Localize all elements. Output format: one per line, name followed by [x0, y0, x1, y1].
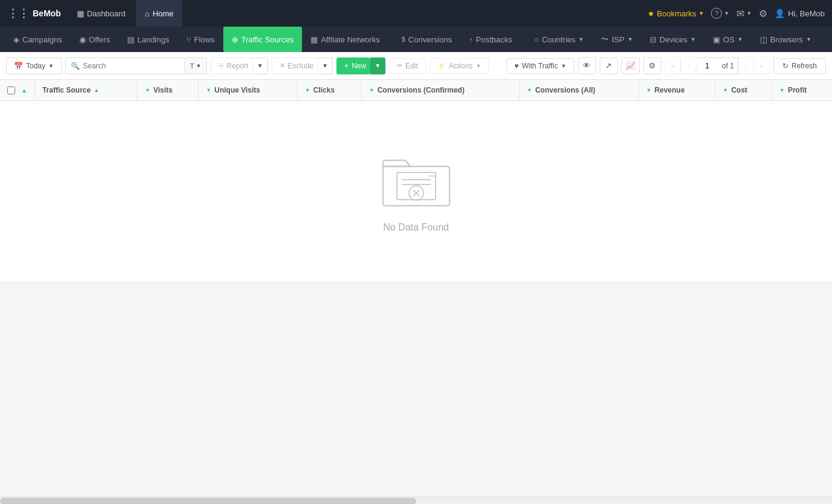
traffic-source-column[interactable]: Traffic Source ▲	[34, 80, 137, 101]
new-button[interactable]: + New	[336, 57, 370, 74]
nav-os[interactable]: ▣ OS ▼	[704, 27, 752, 52]
nav-postbacks-label: Postbacks	[476, 35, 513, 44]
isp-caret: ▼	[627, 36, 633, 42]
nav-campaigns[interactable]: ◈ Campaigns	[5, 27, 71, 52]
refresh-button[interactable]: ↻ Refresh	[773, 58, 826, 74]
user-label: Hi, BeMob	[788, 9, 825, 18]
new-button-group: + New ▼	[336, 57, 385, 74]
page-number-input[interactable]	[696, 57, 718, 74]
nav-affiliate-networks[interactable]: ▦ Affilate Networks	[302, 27, 388, 52]
nav-affiliate-networks-label: Affilate Networks	[321, 35, 379, 44]
prev-page-button[interactable]: ‹	[681, 57, 696, 74]
nav-offers[interactable]: ◉ Offers	[71, 27, 119, 52]
help-button[interactable]: ? ▼	[711, 8, 729, 19]
nav-conversions[interactable]: $ Conversions	[393, 27, 460, 52]
user-menu[interactable]: 👤 Hi, BeMob	[775, 8, 825, 18]
tab-dashboard[interactable]: ▦ Dashboard	[68, 0, 134, 27]
clicks-column[interactable]: ▼ Clicks	[297, 80, 361, 101]
actions-label: Actions	[449, 62, 473, 70]
actions-button[interactable]: ⚡ Actions ▼	[430, 58, 489, 74]
column-settings-button[interactable]: ⚙	[643, 57, 661, 74]
exclude-button[interactable]: ✕ Exclude	[272, 57, 318, 74]
nav-traffic-sources[interactable]: ⊕ Traffic Sources	[223, 27, 303, 52]
report-button[interactable]: ⊹ Report	[211, 57, 253, 74]
next-page-button[interactable]: ›	[738, 57, 754, 74]
traffic-filter-button[interactable]: ♥ With Traffic ▼	[506, 58, 574, 74]
unique-visits-label: Unique Visits	[214, 86, 260, 94]
share-icon: ↗	[605, 61, 612, 70]
top-navigation: ⋮⋮ BeMob ▦ Dashboard ⌂ Home ★ Bookmarks …	[0, 0, 832, 27]
nav-postbacks[interactable]: ↑ Postbacks	[460, 27, 520, 52]
search-filter-button[interactable]: T ▼	[185, 57, 207, 74]
conversions-confirmed-label: Conversions (Confirmed)	[378, 86, 465, 94]
cost-column[interactable]: ▼ Cost	[715, 80, 772, 101]
message-button[interactable]: ✉ ▼	[736, 8, 752, 19]
select-all-checkbox[interactable]	[7, 87, 15, 94]
date-picker-button[interactable]: 📅 Today ▼	[6, 57, 62, 74]
filter-caret: ▼	[196, 63, 201, 69]
tab-dashboard-label: Dashboard	[87, 9, 126, 18]
bookmarks-button[interactable]: ★ Bookmarks ▼	[647, 9, 704, 18]
traffic-caret: ▼	[561, 63, 566, 69]
first-page-button[interactable]: «	[665, 57, 681, 74]
traffic-sources-icon: ⊕	[232, 35, 238, 44]
last-page-button[interactable]: »	[754, 57, 770, 74]
select-all-column[interactable]: ▲	[0, 80, 34, 101]
settings-button[interactable]: ⚙	[759, 8, 767, 19]
toolbar-right: ♥ With Traffic ▼ 👁 ↗ 📈 ⚙ « ‹ of 1 › » ↻ …	[506, 57, 826, 74]
plus-icon: +	[344, 62, 349, 70]
cost-label: Cost	[731, 86, 747, 94]
unique-visits-column[interactable]: ▼ Unique Visits	[198, 80, 298, 101]
nav-traffic-sources-label: Traffic Sources	[241, 35, 294, 44]
search-group: 🔍 T ▼	[65, 57, 207, 74]
share-button[interactable]: ↗	[600, 57, 618, 74]
logo-icon: ⋮⋮	[7, 7, 29, 20]
nav-browsers[interactable]: ◫ Browsers ▼	[752, 27, 820, 52]
campaigns-icon: ◈	[13, 35, 19, 44]
report-caret-button[interactable]: ▼	[253, 57, 268, 74]
eye-button[interactable]: 👁	[578, 57, 596, 74]
exclude-caret-button[interactable]: ▼	[318, 57, 333, 74]
chart-button[interactable]: 📈	[621, 57, 640, 74]
affiliate-networks-icon: ▦	[310, 35, 318, 44]
nav-errors[interactable]: ⚠ Errors	[825, 27, 832, 52]
browsers-icon: ◫	[760, 35, 767, 44]
search-box[interactable]: 🔍	[65, 57, 185, 74]
empty-text: No Data Found	[383, 222, 449, 233]
nav-countries[interactable]: ○ Countries ▼	[526, 27, 592, 52]
conversions-all-column[interactable]: ▼ Conversions (All)	[519, 80, 638, 101]
clicks-filter-icon: ▼	[305, 87, 310, 93]
new-caret-button[interactable]: ▼	[370, 57, 385, 74]
nav-devices[interactable]: ⊟ Devices ▼	[641, 27, 704, 52]
conversions-confirmed-column[interactable]: ▼ Conversions (Confirmed)	[361, 80, 519, 101]
data-table: ▲ Traffic Source ▲ ▼ Visits	[0, 80, 832, 281]
profit-column[interactable]: ▼ Profit	[771, 80, 832, 101]
bookmarks-label: Bookmarks	[657, 9, 696, 18]
new-label: New	[352, 62, 366, 70]
nav-isp-label: ISP	[612, 35, 624, 44]
revenue-column[interactable]: ▼ Revenue	[638, 80, 715, 101]
profit-label: Profit	[788, 86, 807, 94]
tab-home[interactable]: ⌂ Home	[136, 0, 182, 27]
home-icon: ⌂	[145, 9, 149, 18]
nav-os-label: OS	[723, 35, 735, 44]
eye-icon: 👁	[583, 61, 591, 70]
visits-column[interactable]: ▼ Visits	[137, 80, 198, 101]
postbacks-icon: ↑	[469, 35, 473, 44]
logo[interactable]: ⋮⋮ BeMob	[7, 7, 61, 20]
nav-landings[interactable]: ▤ Landings	[119, 27, 178, 52]
second-navigation: ◈ Campaigns ◉ Offers ▤ Landings ⑂ Flows …	[0, 27, 832, 52]
empty-state: No Data Found	[0, 101, 832, 281]
pagination: « ‹ of 1 › »	[665, 57, 770, 74]
nav-flows[interactable]: ⑂ Flows	[178, 27, 223, 52]
nav-devices-label: Devices	[660, 35, 687, 44]
actions-icon: ⚡	[437, 62, 446, 70]
chart-icon: 📈	[626, 61, 635, 70]
edit-button[interactable]: ✏ Edit	[389, 58, 426, 74]
isp-icon: 〜	[601, 34, 609, 45]
nav-isp[interactable]: 〜 ISP ▼	[592, 27, 641, 52]
search-input[interactable]	[83, 62, 180, 70]
date-label: Today	[26, 62, 45, 70]
browsers-caret: ▼	[806, 36, 811, 42]
empty-folder-icon	[380, 149, 453, 210]
